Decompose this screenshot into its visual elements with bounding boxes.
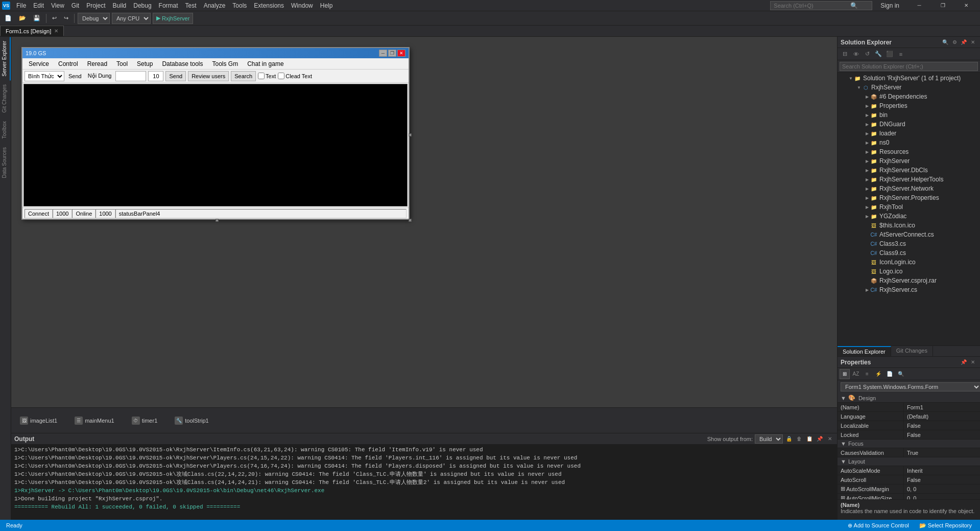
form-menu-control[interactable]: Control: [54, 59, 82, 68]
form-menu-chat[interactable]: Chat in game: [243, 59, 288, 68]
menu-analyze[interactable]: Analyze: [201, 1, 229, 10]
menu-debug[interactable]: Debug: [130, 1, 154, 10]
prop-row-language[interactable]: Language (Default): [838, 412, 980, 421]
prop-events-btn[interactable]: ⚡: [873, 369, 883, 379]
component-toolstrip1[interactable]: 🔧 toolStrip1: [171, 414, 212, 427]
menu-extensions[interactable]: Extensions: [251, 1, 287, 10]
tree-item-dnguard[interactable]: ▶ 📁 DNGuard: [838, 120, 980, 129]
restore-button[interactable]: ❐: [931, 0, 954, 11]
sol-refresh-btn[interactable]: ↺: [862, 49, 872, 59]
prop-section-layout[interactable]: ▼ Layout: [838, 457, 980, 466]
component-imagelist1[interactable]: 🖼 imageList1: [16, 414, 61, 427]
prop-row-autoscrollminsize[interactable]: ⊞ AutoScrollMinSize 0, 0: [838, 494, 980, 499]
tab-solution-explorer[interactable]: Solution Explorer: [838, 346, 891, 356]
menu-tools[interactable]: Tools: [229, 1, 250, 10]
menu-edit[interactable]: Edit: [30, 1, 47, 10]
component-timer1[interactable]: ⏱ timer1: [128, 414, 161, 427]
new-file-button[interactable]: 📄: [2, 13, 14, 24]
global-search-input[interactable]: [774, 3, 850, 9]
menu-build[interactable]: Build: [110, 1, 130, 10]
props-pin-btn[interactable]: 📌: [960, 358, 968, 366]
tree-item-dependencies[interactable]: ▶ 📦 #6 Dependencies: [838, 92, 980, 101]
send-button[interactable]: Send: [165, 71, 186, 81]
menu-format[interactable]: Format: [156, 1, 181, 10]
tree-item-rxjhserver-folder[interactable]: ▶ 📁 RxjhServer: [838, 156, 980, 166]
form-menu-setup[interactable]: Setup: [133, 59, 157, 68]
review-users-button[interactable]: Review users: [188, 71, 229, 81]
tree-item-helpertools[interactable]: ▶ 📁 RxjhServer.HelperTools: [838, 175, 980, 184]
sol-show-preview-btn[interactable]: ⬛: [885, 49, 895, 59]
tree-item-ns0[interactable]: ▶ 📁 ns0: [838, 138, 980, 147]
global-search-box[interactable]: 🔍: [770, 1, 872, 10]
save-button[interactable]: 💾: [31, 13, 43, 24]
tab-close-icon[interactable]: ✕: [54, 28, 58, 34]
prop-object-select[interactable]: Form1 System.Windows.Forms.Form: [841, 382, 980, 391]
status-ready[interactable]: Ready: [4, 522, 25, 528]
run-button[interactable]: ▶ RxjhServer: [153, 13, 193, 24]
output-copy-btn[interactable]: 📋: [805, 435, 814, 443]
prop-proppage-btn[interactable]: 📄: [885, 369, 895, 379]
form-restore-btn[interactable]: ❐: [388, 50, 396, 57]
debug-config-select[interactable]: Debug: [78, 13, 110, 24]
menu-project[interactable]: Project: [83, 1, 108, 10]
sidebar-vtab-git[interactable]: Git Changes: [0, 80, 11, 117]
sol-show-all-btn[interactable]: 👁: [851, 49, 861, 59]
design-canvas[interactable]: 19.0 GS ─ ❐ ✕ Service Control Reread Too…: [11, 37, 837, 407]
output-pin-btn[interactable]: 📌: [816, 435, 824, 443]
tree-item-properties[interactable]: ▶ 📁 Properties: [838, 101, 980, 110]
search-button[interactable]: Search: [231, 71, 256, 81]
tree-item-atserverconnect[interactable]: C# AtServerConnect.cs: [838, 230, 980, 239]
sol-close-btn[interactable]: ✕: [969, 38, 977, 47]
prop-section-design[interactable]: ▼ 🎨 Design: [838, 394, 980, 403]
sol-pin-btn[interactable]: 📌: [960, 38, 968, 47]
tab-git-changes[interactable]: Git Changes: [891, 346, 933, 356]
menu-window[interactable]: Window: [288, 1, 316, 10]
tree-item-logo[interactable]: 🖼 Logo.ico: [838, 267, 980, 276]
form-menu-tool[interactable]: Tool: [112, 59, 132, 68]
sol-settings-btn[interactable]: ⚙: [950, 38, 959, 47]
prop-row-name[interactable]: (Name) Form1: [838, 403, 980, 412]
prop-alphabetical-btn[interactable]: AZ: [851, 369, 861, 379]
prop-categories-btn[interactable]: ⊞: [840, 369, 850, 379]
solution-search-input[interactable]: [840, 62, 978, 71]
menu-view[interactable]: View: [48, 1, 67, 10]
select-repository-button[interactable]: 📂 Select Repository: [915, 520, 976, 531]
menu-help[interactable]: Help: [317, 1, 336, 10]
form-menu-reread[interactable]: Reread: [83, 59, 111, 68]
tree-item-loader[interactable]: ▶ 📁 loader: [838, 129, 980, 138]
platform-select[interactable]: Any CPU: [112, 13, 151, 24]
sign-in-area[interactable]: Sign in: [877, 2, 902, 9]
sidebar-vtab-datasources[interactable]: Data Sources: [0, 143, 11, 182]
minimize-button[interactable]: ─: [907, 0, 931, 11]
active-tab[interactable]: Form1.cs [Design] ✕: [0, 26, 64, 36]
menu-file[interactable]: File: [13, 1, 29, 10]
tree-item-resources[interactable]: ▶ 📁 Resources: [838, 147, 980, 156]
output-clear-btn[interactable]: 🗑: [795, 435, 803, 443]
resize-handle-right[interactable]: [409, 133, 412, 136]
count-input[interactable]: [148, 71, 163, 81]
mode-select[interactable]: Bình Thức: [25, 71, 64, 81]
tree-item-ygzodiac[interactable]: ▶ 📁 YGZodiac: [838, 212, 980, 221]
tree-item-rxjhprops[interactable]: ▶ 📁 RxjhServer.Properties: [838, 193, 980, 202]
tree-item-bin[interactable]: ▶ 📁 bin: [838, 110, 980, 120]
output-source-select[interactable]: Build: [755, 434, 783, 444]
resize-handle-corner[interactable]: [409, 219, 412, 222]
prop-search-btn[interactable]: 🔍: [896, 369, 906, 379]
form-minimize-btn[interactable]: ─: [379, 50, 387, 57]
form-menu-service[interactable]: Service: [25, 59, 53, 68]
text-checkbox[interactable]: [258, 73, 265, 79]
props-close-btn[interactable]: ✕: [969, 358, 977, 366]
form-content-panel[interactable]: [23, 84, 408, 206]
noi-dung-input[interactable]: [115, 71, 146, 81]
tree-item-rxjhserver-cs[interactable]: ▶ C# RxjhServer.cs: [838, 285, 980, 294]
open-button[interactable]: 📂: [16, 13, 29, 24]
prop-props-btn[interactable]: ≡: [862, 369, 872, 379]
prop-row-autoscalemode[interactable]: AutoScaleMode Inherit: [838, 466, 980, 475]
tree-item-iconlogin[interactable]: 🖼 IconLogin.ico: [838, 258, 980, 267]
sol-collapse-btn[interactable]: ⊟: [840, 49, 850, 59]
tree-item-class3[interactable]: C# Class3.cs: [838, 239, 980, 248]
sol-properties-btn[interactable]: 🔧: [873, 49, 883, 59]
menu-test[interactable]: Test: [182, 1, 200, 10]
menu-git[interactable]: Git: [68, 1, 82, 10]
sidebar-vtab-server-explorer[interactable]: Server Explorer: [0, 37, 11, 80]
